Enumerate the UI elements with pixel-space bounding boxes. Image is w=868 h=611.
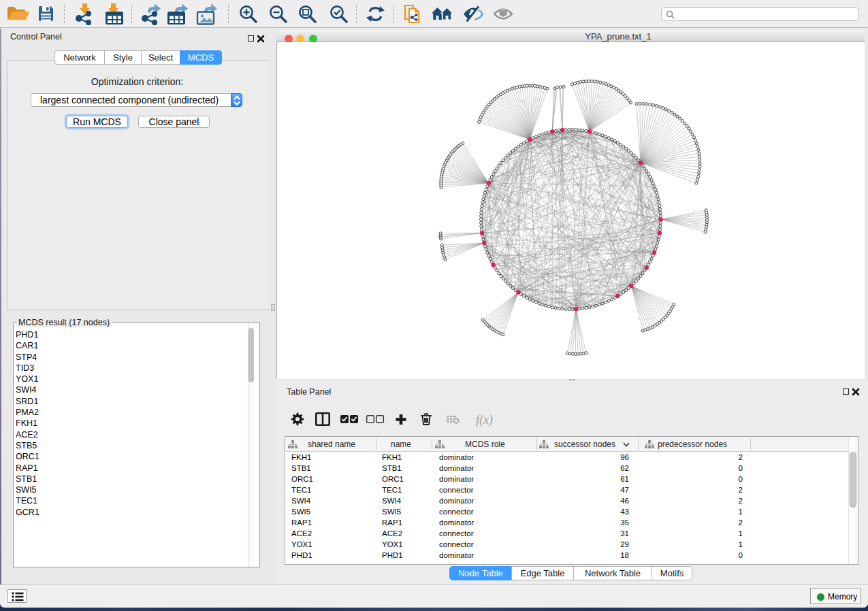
svg-text:f(x): f(x)	[476, 413, 493, 427]
